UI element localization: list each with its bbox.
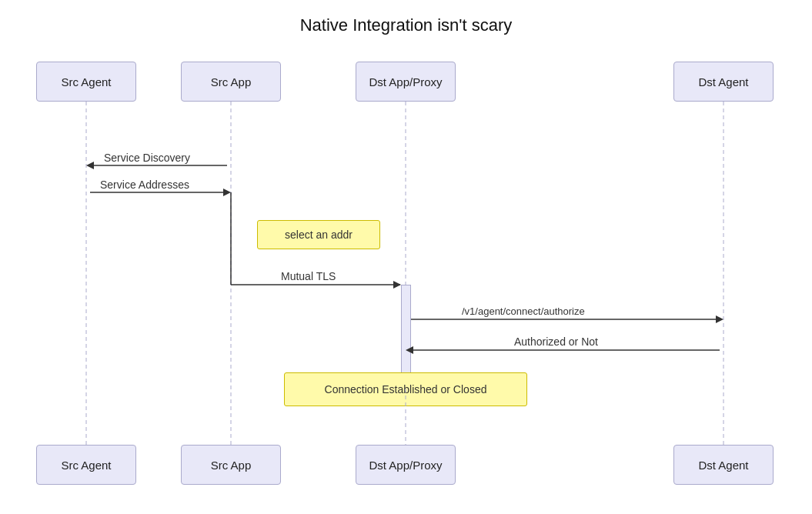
top-actor-src-app: Src App [181,62,281,102]
svg-marker-16 [716,315,723,323]
svg-marker-9 [223,189,231,196]
top-actor-dst-proxy: Dst App/Proxy [356,62,456,102]
top-actor-dst-agent: Dst Agent [673,62,774,102]
note-connection: Connection Established or Closed [284,372,527,406]
sequence-diagram: Native Integration isn't scary Src Agent… [0,0,812,514]
bottom-actor-src-app: Src App [181,445,281,485]
bottom-actor-dst-agent: Dst Agent [673,445,774,485]
bottom-actor-src-agent: Src Agent [36,445,136,485]
svg-text:/v1/agent/connect/authorize: /v1/agent/connect/authorize [462,305,585,317]
svg-text:Mutual TLS: Mutual TLS [281,270,336,282]
note-select-addr: select an addr [257,220,380,249]
diagram-title: Native Integration isn't scary [0,0,812,35]
svg-text:Service Addresses: Service Addresses [100,179,189,191]
bottom-actor-dst-proxy: Dst App/Proxy [356,445,456,485]
svg-text:Service Discovery: Service Discovery [104,152,190,164]
svg-text:Authorized or Not: Authorized or Not [514,335,598,348]
svg-marker-13 [393,281,401,289]
svg-marker-6 [86,162,94,169]
top-actor-src-agent: Src Agent [36,62,136,102]
